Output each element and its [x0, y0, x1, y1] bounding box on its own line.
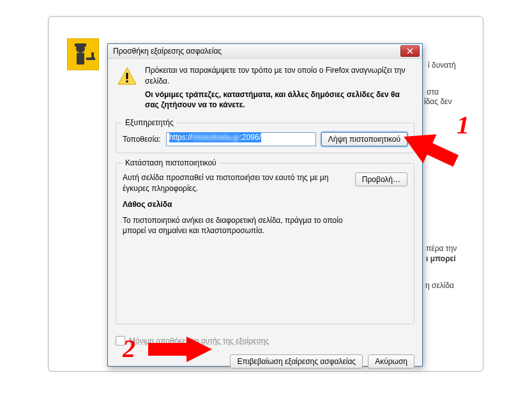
cancel-button[interactable]: Ακύρωση: [368, 354, 414, 368]
get-certificate-button[interactable]: Λήψη πιστοποιητικού: [321, 132, 407, 146]
server-group: Εξυπηρετητής Τοποθεσία: https://fotokolt…: [116, 118, 414, 153]
dialog-title: Προσθήκη εξαίρεσης ασφαλείας: [113, 47, 222, 56]
svg-rect-3: [77, 53, 84, 65]
confirm-security-exception-button[interactable]: Επιβεβαίωση εξαίρεσης ασφαλείας: [230, 354, 363, 368]
bg-text: ί δυνατή: [428, 61, 456, 70]
intro-text: Πρόκειται να παρακάμψετε τον τρόπο με το…: [145, 65, 414, 87]
close-icon: [407, 48, 413, 54]
titlebar[interactable]: Προσθήκη εξαίρεσης ασφαλείας: [108, 44, 422, 59]
annotation-step-1: 1: [457, 110, 469, 140]
annotation-arrow-1: [401, 130, 459, 168]
location-label: Τοποθεσία:: [123, 135, 161, 144]
svg-rect-2: [75, 43, 86, 47]
close-button[interactable]: [400, 45, 420, 57]
svg-rect-6: [126, 73, 128, 79]
bg-text: η σελίδα: [425, 281, 454, 290]
wrong-site-heading: Λάθος σελίδα: [123, 199, 349, 210]
wrong-site-description: Το πιστοποιητικό ανήκει σε διαφορετική σ…: [123, 215, 349, 237]
bg-text: ίδας δεν: [424, 97, 452, 106]
bg-text: πέρα την: [426, 244, 457, 253]
svg-rect-5: [91, 52, 94, 60]
bg-text: στα: [427, 87, 439, 96]
annotation-arrow-2: [148, 337, 212, 362]
annotation-step-2: 2: [123, 333, 135, 363]
svg-marker-9: [148, 337, 212, 362]
view-certificate-button[interactable]: Προβολή…: [355, 172, 407, 186]
location-input[interactable]: https://fotokoltsida.gr:2096/: [166, 132, 316, 146]
add-security-exception-dialog: Προσθήκη εξαίρεσης ασφαλείας Πρόκειται ν…: [107, 43, 423, 367]
status-text: Αυτή σελίδα προσπαθεί να πιστοποιήσει το…: [123, 172, 349, 194]
bg-text: ι μπορεί: [426, 254, 456, 263]
certificate-status-label: Κατάσταση πιστοποιητικού: [123, 158, 219, 167]
security-officer-icon: [67, 38, 99, 70]
svg-rect-7: [126, 80, 128, 82]
warning-icon: [117, 66, 137, 87]
server-group-label: Εξυπηρετητής: [123, 118, 176, 127]
warning-text: Οι νόμιμες τράπεζες, καταστήματα, και άλ…: [145, 89, 414, 111]
certificate-status-group: Κατάσταση πιστοποιητικού Αυτή σελίδα προ…: [116, 158, 414, 324]
svg-marker-8: [401, 130, 459, 168]
